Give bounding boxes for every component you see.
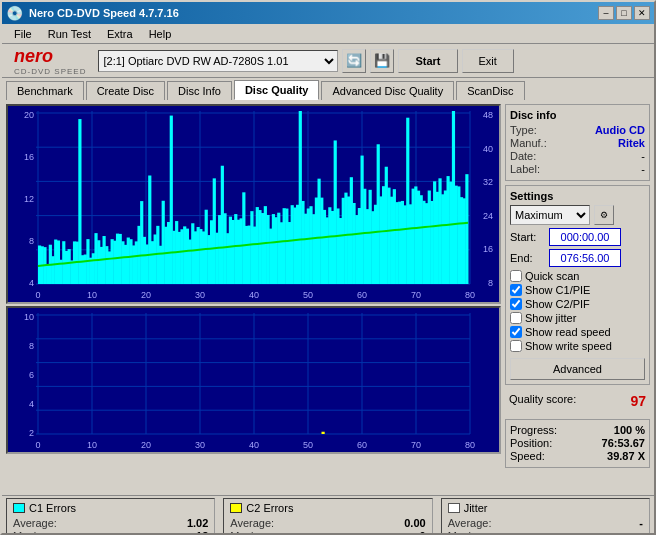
progress-section: Progress: 100 % Position: 76:53.67 Speed… — [505, 419, 650, 468]
show-read-speed-label: Show read speed — [525, 326, 611, 338]
disc-label-label: Label: — [510, 163, 540, 175]
c2-average-row: Average: 0.00 — [230, 517, 425, 529]
close-button[interactable]: ✕ — [634, 6, 650, 20]
type-value: Audio CD — [595, 124, 645, 136]
quality-score-label: Quality score: — [509, 393, 576, 409]
show-read-speed-row: Show read speed — [510, 326, 645, 338]
show-jitter-label: Show jitter — [525, 312, 576, 324]
speed-label: Speed: — [510, 450, 545, 462]
show-c1-row: Show C1/PIE — [510, 284, 645, 296]
jitter-maximum-label: Maximum: — [448, 530, 499, 535]
speed-row: Maximum ⚙ — [510, 205, 645, 225]
date-value: - — [641, 150, 645, 162]
nero-logo: nero — [14, 46, 86, 67]
tab-create-disc[interactable]: Create Disc — [86, 81, 165, 100]
start-button[interactable]: Start — [398, 49, 457, 73]
c1-average-row: Average: 1.02 — [13, 517, 208, 529]
c2-errors-title-row: C2 Errors — [230, 502, 425, 514]
maximize-button[interactable]: □ — [616, 6, 632, 20]
save-button[interactable]: 💾 — [370, 49, 394, 73]
refresh-button[interactable]: 🔄 — [342, 49, 366, 73]
disc-type-row: Type: Audio CD — [510, 124, 645, 136]
quick-scan-checkbox[interactable] — [510, 270, 522, 282]
show-read-speed-checkbox[interactable] — [510, 326, 522, 338]
show-jitter-checkbox[interactable] — [510, 312, 522, 324]
position-row: Position: 76:53.67 — [510, 437, 645, 449]
show-jitter-row: Show jitter — [510, 312, 645, 324]
exit-button[interactable]: Exit — [462, 49, 514, 73]
start-row: Start: — [510, 228, 645, 246]
show-write-speed-label: Show write speed — [525, 340, 612, 352]
tab-advanced-disc-quality[interactable]: Advanced Disc Quality — [321, 81, 454, 100]
nero-logo-area: nero CD-DVD SPEED — [6, 44, 94, 78]
show-c2-label: Show C2/PIF — [525, 298, 590, 310]
window-title: Nero CD-DVD Speed 4.7.7.16 — [29, 7, 179, 19]
c1-maximum-row: Maximum: 18 — [13, 530, 208, 535]
title-bar: 💿 Nero CD-DVD Speed 4.7.7.16 – □ ✕ — [2, 2, 654, 24]
jitter-maximum-row: Maximum: - — [448, 530, 643, 535]
settings-extra-button[interactable]: ⚙ — [594, 205, 614, 225]
show-write-speed-row: Show write speed — [510, 340, 645, 352]
jitter-block: Jitter Average: - Maximum: - — [441, 498, 650, 535]
main-content: Disc info Type: Audio CD Manuf.: Ritek D… — [2, 100, 654, 495]
progress-value: 100 % — [614, 424, 645, 436]
c1-maximum-value: 18 — [196, 530, 208, 535]
show-write-speed-checkbox[interactable] — [510, 340, 522, 352]
progress-label: Progress: — [510, 424, 557, 436]
chart-area — [6, 104, 501, 491]
jitter-average-value: - — [639, 517, 643, 529]
settings-title: Settings — [510, 190, 645, 202]
manufacturer-label: Manuf.: — [510, 137, 547, 149]
c2-errors-title: C2 Errors — [246, 502, 293, 514]
end-time-label: End: — [510, 252, 545, 264]
quality-score-row: Quality score: 97 — [509, 393, 646, 409]
tab-disc-info[interactable]: Disc Info — [167, 81, 232, 100]
disc-manufacturer-row: Manuf.: Ritek — [510, 137, 645, 149]
progress-row: Progress: 100 % — [510, 424, 645, 436]
jitter-maximum-value: - — [639, 530, 643, 535]
jitter-average-label: Average: — [448, 517, 492, 529]
advanced-button[interactable]: Advanced — [510, 358, 645, 380]
menu-bar: File Run Test Extra Help — [2, 24, 654, 44]
speed-value: 39.87 X — [607, 450, 645, 462]
tab-bar: Benchmark Create Disc Disc Info Disc Qua… — [2, 78, 654, 100]
quality-score-value: 97 — [630, 393, 646, 409]
toolbar: nero CD-DVD SPEED [2:1] Optiarc DVD RW A… — [2, 44, 654, 78]
show-c2-checkbox[interactable] — [510, 298, 522, 310]
window-controls: – □ ✕ — [598, 6, 650, 20]
menu-help[interactable]: Help — [141, 26, 180, 42]
tab-scandisc[interactable]: ScanDisc — [456, 81, 524, 100]
menu-extra[interactable]: Extra — [99, 26, 141, 42]
menu-run-test[interactable]: Run Test — [40, 26, 99, 42]
nero-sub: CD-DVD SPEED — [14, 67, 86, 76]
jitter-title-row: Jitter — [448, 502, 643, 514]
jitter-color-indicator — [448, 503, 460, 513]
c1-average-value: 1.02 — [187, 517, 208, 529]
start-time-input[interactable] — [549, 228, 621, 246]
manufacturer-value: Ritek — [618, 137, 645, 149]
top-chart — [6, 104, 501, 304]
speed-row-progress: Speed: 39.87 X — [510, 450, 645, 462]
disc-info-title: Disc info — [510, 109, 645, 121]
c1-errors-title-row: C1 Errors — [13, 502, 208, 514]
end-time-input[interactable] — [549, 249, 621, 267]
disc-label-row: Label: - — [510, 163, 645, 175]
c1-average-label: Average: — [13, 517, 57, 529]
minimize-button[interactable]: – — [598, 6, 614, 20]
start-time-label: Start: — [510, 231, 545, 243]
speed-select[interactable]: Maximum — [510, 205, 590, 225]
c2-average-value: 0.00 — [404, 517, 425, 529]
c1-errors-block: C1 Errors Average: 1.02 Maximum: 18 Tota… — [6, 498, 215, 535]
tab-benchmark[interactable]: Benchmark — [6, 81, 84, 100]
show-c1-checkbox[interactable] — [510, 284, 522, 296]
quick-scan-row: Quick scan — [510, 270, 645, 282]
settings-section: Settings Maximum ⚙ Start: End: — [505, 185, 650, 385]
disc-label-value: - — [641, 163, 645, 175]
drive-selector[interactable]: [2:1] Optiarc DVD RW AD-7280S 1.01 — [98, 50, 338, 72]
date-label: Date: — [510, 150, 536, 162]
c2-errors-block: C2 Errors Average: 0.00 Maximum: 0 Total… — [223, 498, 432, 535]
tab-disc-quality[interactable]: Disc Quality — [234, 80, 320, 100]
status-bar: C1 Errors Average: 1.02 Maximum: 18 Tota… — [2, 495, 654, 535]
c2-maximum-label: Maximum: — [230, 530, 281, 535]
menu-file[interactable]: File — [6, 26, 40, 42]
